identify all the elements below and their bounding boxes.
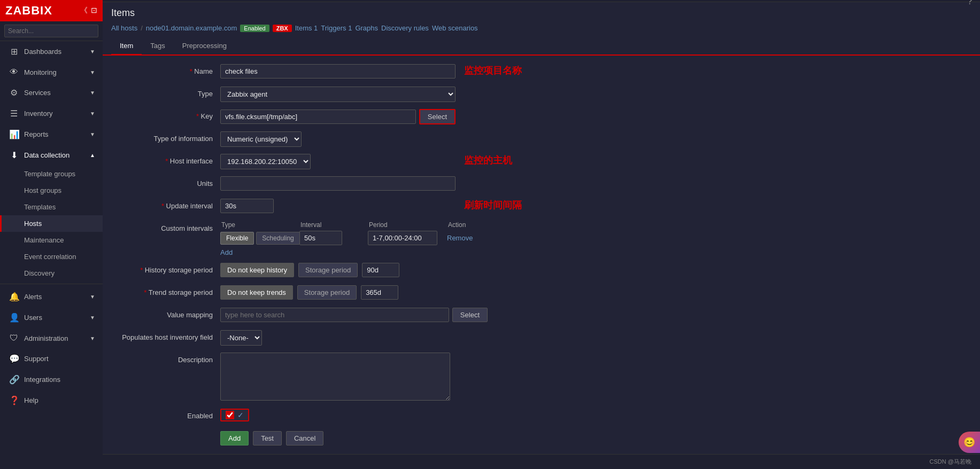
tab-item[interactable]: Item — [111, 37, 142, 56]
sidebar-item-label: Dashboards — [24, 48, 61, 56]
key-input[interactable] — [220, 110, 416, 124]
sidebar-item-services[interactable]: ⚙ Services ▼ — [0, 82, 103, 103]
data-collection-icon: ⬇ — [9, 150, 19, 160]
name-annotation: 监控项目名称 — [464, 64, 522, 77]
type-control: Zabbix agent Zabbix agent (active) Simpl… — [220, 87, 456, 102]
sidebar-item-integrations[interactable]: 🔗 Integrations — [0, 369, 103, 390]
main-content: ? Items All hosts / node01.domain.exampl… — [103, 0, 980, 469]
sidebar-sub-host-groups[interactable]: Host groups — [0, 182, 103, 199]
sidebar-item-support[interactable]: 💬 Support — [0, 348, 103, 369]
history-storage-period-btn[interactable]: Storage period — [298, 263, 358, 277]
sidebar-sub-discovery[interactable]: Discovery — [0, 265, 103, 282]
trend-storage-period-btn[interactable]: Storage period — [297, 285, 357, 300]
add-button[interactable]: Add — [220, 431, 249, 445]
ci-col-type-header: Type — [221, 221, 296, 229]
sidebar-item-data-collection[interactable]: ⬇ Data collection ▲ — [0, 145, 103, 166]
sidebar-item-administration[interactable]: 🛡 Administration ▼ — [0, 328, 103, 348]
sidebar-sub-templates[interactable]: Templates — [0, 199, 103, 215]
host-interface-row: Host interface 192.168.200.22:10050 监控的主… — [113, 154, 969, 170]
description-control — [220, 353, 456, 402]
cancel-button[interactable]: Cancel — [286, 431, 323, 445]
sidebar-item-help[interactable]: ❓ Help — [0, 390, 103, 411]
item-form: Name 监控项目名称 Type Zabbix agent Zabbix age… — [103, 56, 980, 454]
sidebar-sub-event-correlation[interactable]: Event correlation — [0, 248, 103, 265]
history-storage-label: History storage period — [113, 263, 220, 274]
populates-select[interactable]: -None- — [220, 330, 262, 346]
search-input[interactable] — [4, 25, 98, 37]
ci-add-link[interactable]: Add — [220, 248, 233, 256]
ci-col-period-header: Period — [369, 221, 444, 229]
history-do-not-keep-btn[interactable]: Do not keep history — [220, 263, 294, 277]
description-textarea[interactable] — [220, 353, 450, 401]
name-row: Name 监控项目名称 — [113, 64, 969, 80]
sidebar-sub-template-groups[interactable]: Template groups — [0, 166, 103, 182]
type-info-select[interactable]: Numeric (unsigned) Numeric (float) Chara… — [220, 131, 302, 147]
enabled-control: ✓ — [220, 409, 249, 421]
inventory-icon: ☰ — [9, 108, 19, 119]
enabled-label: Enabled — [113, 409, 220, 420]
sidebar-item-inventory[interactable]: ☰ Inventory ▼ — [0, 103, 103, 124]
ci-type-scheduling-btn[interactable]: Scheduling — [256, 232, 299, 245]
breadcrumb-sep1: / — [141, 24, 143, 32]
badge-zbx: ZBX — [273, 25, 292, 32]
breadcrumb-all-hosts[interactable]: All hosts — [111, 24, 137, 32]
sidebar-sub-hosts[interactable]: Hosts — [0, 215, 103, 232]
history-value-input[interactable] — [362, 263, 399, 277]
ci-header: Type Interval Period Action — [220, 221, 480, 229]
tab-tags[interactable]: Tags — [142, 37, 173, 56]
update-interval-control — [220, 199, 456, 213]
units-row: Units — [113, 176, 969, 192]
checkmark-icon: ✓ — [237, 411, 244, 419]
sidebar-item-users[interactable]: 👤 Users ▼ — [0, 307, 103, 328]
update-interval-input[interactable] — [220, 199, 274, 213]
name-input[interactable] — [220, 64, 456, 79]
value-mapping-select-btn[interactable]: Select — [452, 308, 488, 322]
administration-icon: 🛡 — [9, 333, 19, 343]
sidebar-item-label: Monitoring — [24, 68, 57, 76]
type-info-label: Type of information — [113, 131, 220, 143]
units-input[interactable] — [220, 176, 456, 191]
tab-preprocessing[interactable]: Preprocessing — [174, 37, 235, 56]
chevron-icon: ▼ — [90, 111, 95, 116]
type-info-control: Numeric (unsigned) Numeric (float) Chara… — [220, 131, 456, 147]
host-interface-select[interactable]: 192.168.200.22:10050 — [220, 154, 311, 169]
trend-do-not-keep-btn[interactable]: Do not keep trends — [220, 285, 293, 300]
tabs-container: Item Tags Preprocessing — [103, 37, 980, 56]
sidebar-item-reports[interactable]: 📊 Reports ▼ — [0, 124, 103, 145]
ci-type-flexible-btn[interactable]: Flexible — [220, 232, 254, 245]
sidebar-divider — [0, 284, 103, 284]
sidebar-item-label: Services — [24, 89, 51, 97]
key-label: Key — [113, 109, 220, 120]
sidebar-sub-maintenance[interactable]: Maintenance — [0, 232, 103, 248]
sidebar-item-alerts[interactable]: 🔔 Alerts ▼ — [0, 286, 103, 307]
breadcrumb-graphs[interactable]: Graphs — [355, 24, 378, 32]
populates-row: Populates host inventory field -None- — [113, 330, 969, 346]
ci-interval-input[interactable] — [299, 231, 342, 245]
breadcrumb-triggers[interactable]: Triggers 1 — [321, 24, 352, 32]
sidebar-item-dashboards[interactable]: ⊞ Dashboards ▼ — [0, 41, 103, 62]
trend-value-input[interactable] — [361, 285, 398, 300]
test-button[interactable]: Test — [253, 431, 282, 445]
integrations-icon: 🔗 — [9, 374, 19, 385]
breadcrumb-web-scenarios[interactable]: Web scenarios — [432, 24, 478, 32]
ci-remove-link[interactable]: Remove — [447, 234, 473, 242]
type-select[interactable]: Zabbix agent Zabbix agent (active) Simpl… — [220, 87, 456, 102]
key-select-button[interactable]: Select — [419, 109, 456, 124]
monitoring-icon: 👁 — [9, 67, 19, 77]
sidebar-item-label: Reports — [24, 130, 49, 138]
breadcrumb-items[interactable]: Items 1 — [295, 24, 318, 32]
help-question-icon[interactable]: ? — [967, 0, 973, 6]
enabled-checkbox[interactable] — [226, 411, 234, 419]
ci-period-input[interactable] — [368, 231, 437, 245]
value-mapping-input[interactable] — [220, 308, 449, 322]
breadcrumb: All hosts / node01.domain.example.com En… — [103, 21, 980, 35]
breadcrumb-discovery-rules[interactable]: Discovery rules — [381, 24, 429, 32]
sidebar-item-monitoring[interactable]: 👁 Monitoring ▼ — [0, 62, 103, 82]
badge-enabled: Enabled — [240, 25, 269, 32]
breadcrumb-host[interactable]: node01.domain.example.com — [146, 24, 237, 32]
name-control — [220, 64, 456, 79]
dashboards-icon: ⊞ — [9, 46, 19, 57]
avatar-widget[interactable]: 😊 — [959, 432, 980, 453]
expand-icon[interactable]: ⊡ — [91, 6, 97, 15]
collapse-icon[interactable]: 《 — [80, 6, 88, 15]
